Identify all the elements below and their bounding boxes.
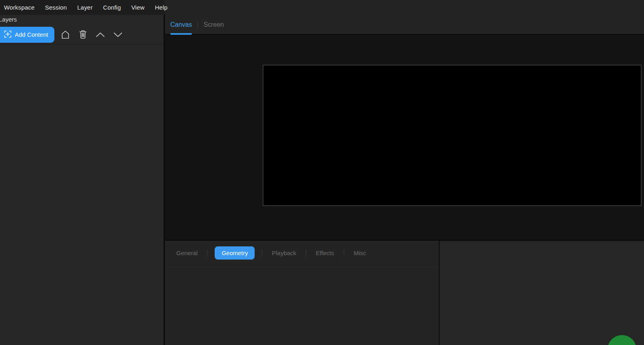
tab-misc[interactable]: Misc xyxy=(351,246,369,260)
menu-layer[interactable]: Layer xyxy=(77,4,93,11)
delete-button[interactable] xyxy=(76,28,90,42)
menu-view[interactable]: View xyxy=(131,4,144,11)
main-area: Canvas Screen General Geometry Playback xyxy=(165,0,644,345)
menubar: Workspace Session Layer Config View Help xyxy=(0,0,644,15)
tab-separator xyxy=(306,250,306,256)
tab-canvas[interactable]: Canvas xyxy=(170,21,192,30)
tab-general[interactable]: General xyxy=(174,246,200,260)
add-content-icon xyxy=(4,30,12,39)
tab-canvas-label: Canvas xyxy=(170,21,192,28)
canvas-viewport[interactable] xyxy=(165,36,644,240)
layers-list-empty xyxy=(0,44,163,345)
active-tab-underline xyxy=(170,33,192,35)
move-layer-up-button[interactable] xyxy=(94,28,107,42)
tab-separator xyxy=(262,250,262,256)
chevron-up-icon xyxy=(96,32,105,37)
menu-workspace[interactable]: Workspace xyxy=(4,4,35,11)
viewer-tabs: Canvas Screen xyxy=(170,21,224,30)
add-content-label: Add Content xyxy=(15,31,48,38)
properties-panel: General Geometry Playback Effects Misc xyxy=(165,241,439,345)
move-layer-down-button[interactable] xyxy=(111,28,125,42)
app-window: Workspace Session Layer Config View Help… xyxy=(0,0,644,345)
menu-help[interactable]: Help xyxy=(155,4,167,11)
properties-tabrow: General Geometry Playback Effects Misc xyxy=(165,241,439,266)
tab-screen-label: Screen xyxy=(203,21,224,28)
tab-geometry[interactable]: Geometry xyxy=(215,246,255,260)
layers-toolbar: Add Content xyxy=(0,25,163,44)
play-button[interactable] xyxy=(608,335,636,345)
tab-effects[interactable]: Effects xyxy=(313,246,337,260)
bottom-right-panel xyxy=(440,241,644,345)
output-screen-preview[interactable] xyxy=(263,65,642,206)
trash-icon xyxy=(79,30,87,39)
menu-session[interactable]: Session xyxy=(45,4,67,11)
menu-config[interactable]: Config xyxy=(103,4,121,11)
home-button[interactable] xyxy=(58,28,72,42)
tab-separator xyxy=(344,250,344,256)
home-icon xyxy=(61,30,70,39)
chevron-down-icon xyxy=(114,32,122,37)
tab-screen[interactable]: Screen xyxy=(203,21,224,30)
add-content-button[interactable]: Add Content xyxy=(0,27,54,43)
layers-panel-title: Layers xyxy=(0,16,17,23)
tab-separator xyxy=(207,250,207,256)
layers-sidebar: Layers Add Content xyxy=(0,15,163,345)
tab-playback[interactable]: Playback xyxy=(269,246,299,260)
tab-separator xyxy=(197,22,198,28)
